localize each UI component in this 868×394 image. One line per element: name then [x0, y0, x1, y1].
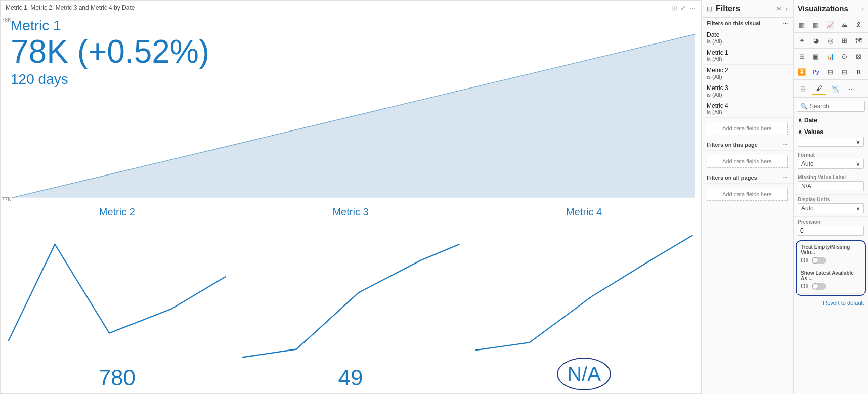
show-latest-toggle[interactable]: [812, 283, 826, 290]
viz-icon-funnel[interactable]: ⏬: [796, 66, 808, 77]
treat-empty-section: Treat Empty/Missing Valu... Off Show Lat…: [796, 240, 866, 296]
treat-empty-property: Treat Empty/Missing Valu... Off: [797, 242, 865, 268]
viz-icon-map[interactable]: 🗺: [853, 35, 865, 46]
filters-panel: ⊟ Filters 👁 › Filters on this visual ···…: [701, 0, 793, 394]
visualizations-panel: Visualizations › ▦ ▥ 📈 ⛰ 🎗 ✦ ◕ ◎ ⊞ 🗺 ⊟ ▣…: [793, 0, 868, 394]
viz-icon-ribbon[interactable]: 🎗: [853, 19, 865, 30]
filter-item-metric3[interactable]: Metric 3 is (All): [702, 82, 793, 100]
viz-icon-table[interactable]: ⊟: [824, 66, 836, 77]
revert-default-link[interactable]: Revert to default: [794, 298, 868, 308]
filters-eye-icon[interactable]: 👁: [776, 5, 783, 13]
viz-tool-more[interactable]: ···: [844, 82, 858, 95]
viz-icon-r2[interactable]: R: [853, 66, 865, 77]
chart-body: 78K 77K Metric 1 78K (+0.52%) 120 days M…: [1, 13, 701, 393]
values-chevron-icon: ∧: [798, 128, 802, 136]
search-input[interactable]: [810, 103, 868, 110]
display-units-label: Display Units: [798, 197, 864, 202]
focus-icon[interactable]: ⤢: [680, 4, 686, 12]
filter-item-metric2[interactable]: Metric 2 is (All): [702, 65, 793, 82]
chart-area: Metric 1, Metric 2, Metric 3 and Metric …: [0, 0, 701, 394]
search-icon: 🔍: [800, 103, 808, 110]
treat-empty-toggle-row: Off: [801, 255, 861, 266]
more-options-icon[interactable]: ···: [689, 4, 696, 12]
values-field-section[interactable]: ∧ Values ∨: [794, 126, 868, 150]
area-chart-svg: [1, 13, 701, 203]
filters-visual-more-icon[interactable]: ···: [783, 20, 788, 26]
filters-on-all-pages-header: Filters on all pages ···: [702, 172, 793, 184]
viz-tool-format[interactable]: 🖌: [812, 82, 826, 95]
format-dropdown-chevron: ∨: [856, 160, 860, 167]
add-data-fields-visual[interactable]: Add data fields here: [707, 122, 788, 135]
filters-all-pages-more-icon[interactable]: ···: [783, 174, 788, 181]
viz-tool-row: ⊟ 🖌 📉 ···: [794, 80, 868, 98]
treat-empty-thumb: [812, 257, 818, 264]
viz-icon-scatter[interactable]: ✦: [796, 35, 808, 46]
filters-title: Filters: [716, 4, 773, 13]
viz-icon-slicer[interactable]: ⊠: [853, 51, 865, 62]
filter-item-metric1[interactable]: Metric 1 is (All): [702, 47, 793, 65]
show-latest-property: Show Latest Available As ... Off: [797, 268, 865, 294]
search-box[interactable]: 🔍: [797, 101, 865, 112]
viz-panel-expand-icon[interactable]: ›: [862, 5, 864, 12]
viz-icon-kpi[interactable]: 📊: [824, 51, 836, 62]
missing-value-value: N/A: [801, 183, 811, 190]
viz-panel-title: Visualizations: [798, 4, 860, 13]
viz-icon-gauge[interactable]: ⏲: [839, 51, 851, 62]
viz-icon-area[interactable]: ⛰: [839, 19, 851, 30]
metric4-label: Metric 4: [566, 206, 602, 218]
display-units-property: Display Units Auto ∨: [794, 195, 868, 217]
missing-value-label: Missing Value Label: [798, 174, 864, 180]
format-value: Auto: [801, 160, 814, 167]
viz-icon-donut[interactable]: ◎: [824, 35, 836, 46]
precision-input[interactable]: [798, 226, 864, 236]
filter-item-date[interactable]: Date is (All): [702, 29, 793, 47]
metric2-cell: Metric 2 780: [1, 203, 234, 394]
format-label: Format: [798, 152, 864, 158]
filter-metric1-value: is (All): [707, 56, 788, 62]
chart-title: Metric 1, Metric 2, Metric 3 and Metric …: [6, 4, 135, 11]
show-latest-label: Show Latest Available As ...: [801, 270, 861, 281]
filters-page-more-icon[interactable]: ···: [783, 142, 788, 148]
display-units-value: Auto: [801, 205, 814, 212]
viz-icon-line[interactable]: 📈: [824, 19, 836, 30]
treat-empty-toggle-label: Off: [801, 257, 809, 264]
metric4-cell: Metric 4 N/A: [467, 203, 701, 394]
filter-metric1-name: Metric 1: [707, 49, 788, 56]
metric2-label: Metric 2: [99, 206, 135, 218]
filters-on-page-header: Filters on this page ···: [702, 139, 793, 151]
display-units-dropdown[interactable]: Auto ∨: [798, 203, 864, 213]
viz-icon-r[interactable]: Py: [810, 66, 822, 77]
filters-expand-icon[interactable]: ›: [786, 5, 788, 13]
viz-icon-card[interactable]: ▣: [810, 51, 822, 62]
values-section-title[interactable]: ∧ Values: [798, 128, 864, 136]
viz-icons-grid-4: ⏬ Py ⊟ ⊟ R: [794, 64, 868, 80]
metric4-value: N/A: [557, 358, 611, 390]
treat-empty-label: Treat Empty/Missing Valu...: [801, 244, 861, 255]
date-section-title[interactable]: ∧ Date: [798, 117, 864, 124]
viz-icons-grid-2: ✦ ◕ ◎ ⊞ 🗺: [794, 33, 868, 49]
format-dropdown[interactable]: Auto ∨: [798, 159, 864, 169]
filter-metric3-value: is (All): [707, 92, 788, 98]
add-data-fields-page[interactable]: Add data fields here: [707, 155, 788, 168]
viz-icon-table2[interactable]: ⊟: [839, 66, 851, 77]
missing-value-property: Missing Value Label N/A: [794, 172, 868, 195]
viz-icon-treemap[interactable]: ⊞: [839, 35, 851, 46]
filter-item-metric4[interactable]: Metric 4 is (All): [702, 100, 793, 118]
viz-icon-bar[interactable]: ▦: [796, 19, 808, 30]
date-field-section[interactable]: ∧ Date: [794, 115, 868, 126]
viz-icon-matrix[interactable]: ⊟: [796, 51, 808, 62]
missing-value-input[interactable]: N/A: [798, 181, 864, 191]
metric2-value: 780: [99, 365, 136, 390]
treat-empty-toggle[interactable]: [812, 257, 826, 264]
metric3-label: Metric 3: [332, 206, 368, 218]
values-section-label: Values: [804, 128, 823, 136]
add-data-fields-all-pages[interactable]: Add data fields here: [707, 188, 788, 201]
values-dropdown[interactable]: ∨: [798, 137, 864, 147]
metric3-value: 49: [338, 365, 363, 390]
viz-icon-col[interactable]: ▥: [810, 19, 822, 30]
filter-icon[interactable]: ⊞: [671, 4, 677, 12]
viz-icon-pie[interactable]: ◕: [810, 35, 822, 46]
viz-tool-fields[interactable]: ⊟: [796, 82, 810, 95]
viz-tool-analytics[interactable]: 📉: [828, 82, 842, 95]
show-latest-thumb: [812, 283, 818, 289]
